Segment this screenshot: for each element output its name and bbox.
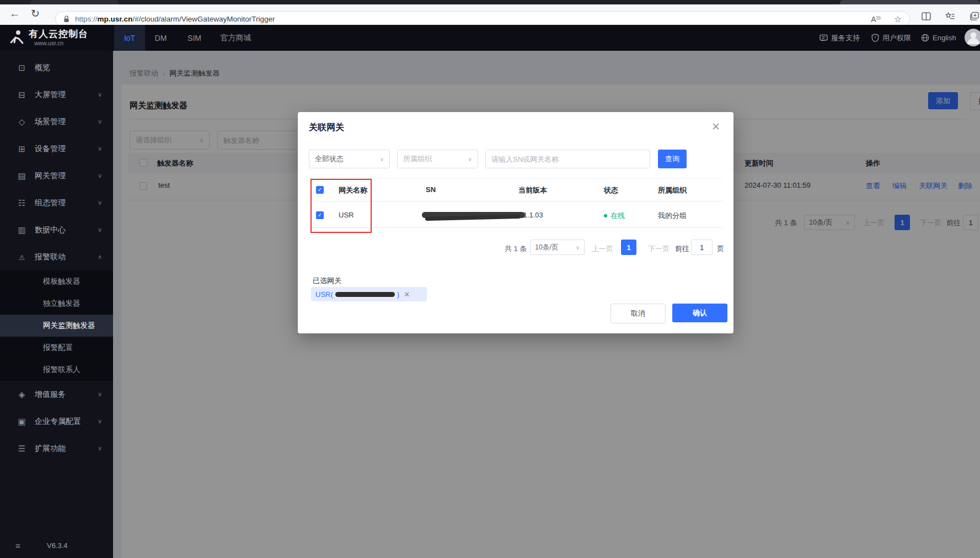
chevron-down-icon bbox=[98, 145, 102, 152]
data-center-icon bbox=[17, 225, 26, 235]
logo-subtitle: www.usr.cn bbox=[34, 40, 63, 46]
modal-prev-page-button[interactable]: 上一页 bbox=[592, 244, 613, 254]
alarm-submenu: 模板触发器 独立触发器 网关监测触发器 报警配置 报警联系人 bbox=[0, 270, 113, 381]
back-icon[interactable]: ← bbox=[9, 8, 20, 19]
refresh-icon[interactable]: ↻ bbox=[31, 8, 40, 19]
modal-goto-page-input[interactable] bbox=[691, 240, 713, 255]
sidebar-item-device[interactable]: 设备管理 bbox=[0, 135, 113, 162]
duplicate-tab-icon[interactable] bbox=[970, 12, 979, 23]
sidebar-item-alarm-config[interactable]: 报警配置 bbox=[0, 337, 113, 359]
sidebar-item-extension[interactable]: 扩展功能 bbox=[0, 435, 113, 462]
app-area: 有人云控制台 www.usr.cn IoT DM SIM 官方商城 服务支持 用… bbox=[0, 25, 980, 558]
modal-org-select[interactable]: 所属组织∨ bbox=[397, 150, 478, 168]
modal-column-status: 状态 bbox=[604, 185, 618, 195]
sidebar-item-gateway-monitor-trigger[interactable]: 网关监测触发器 bbox=[0, 315, 113, 337]
alarm-icon bbox=[17, 252, 26, 262]
close-icon[interactable]: ✕ bbox=[711, 121, 720, 132]
chevron-down-icon bbox=[98, 418, 102, 425]
browser-tab[interactable] bbox=[30, 0, 119, 4]
chevron-up-icon bbox=[98, 253, 102, 261]
cancel-button[interactable]: 取消 bbox=[611, 304, 666, 323]
chat-icon bbox=[820, 34, 828, 42]
sidebar-item-bigscreen[interactable]: 大屏管理 bbox=[0, 81, 113, 108]
modal-column-version: 当前版本 bbox=[518, 185, 547, 195]
extension-icon bbox=[17, 444, 26, 454]
tab-iot[interactable]: IoT bbox=[114, 25, 145, 51]
status-filter-select[interactable]: 全部状态∨ bbox=[309, 150, 390, 168]
modal-total-count: 共 1 条 bbox=[505, 244, 527, 254]
modal-goto-unit: 页 bbox=[717, 244, 724, 254]
sidebar-item-scene[interactable]: 场景管理 bbox=[0, 108, 113, 135]
device-icon bbox=[17, 144, 26, 154]
sidebar-item-alarm-contacts[interactable]: 报警联系人 bbox=[0, 359, 113, 381]
selected-gateways-label: 已选网关 bbox=[313, 276, 341, 286]
modal-next-page-button[interactable]: 下一页 bbox=[648, 244, 670, 254]
modal-title: 关联网关 bbox=[309, 122, 344, 134]
favorite-star-icon[interactable]: ☆ bbox=[894, 14, 902, 24]
globe-icon bbox=[921, 34, 929, 42]
online-dot-icon bbox=[604, 214, 607, 217]
usr-logo-icon[interactable] bbox=[9, 29, 25, 48]
shield-icon bbox=[871, 34, 879, 42]
chevron-down-icon bbox=[98, 391, 102, 398]
app-header: 有人云控制台 www.usr.cn IoT DM SIM 官方商城 服务支持 用… bbox=[0, 25, 980, 51]
modal-column-sn: SN bbox=[426, 185, 436, 194]
modal-row-status: 在线 bbox=[604, 211, 625, 221]
chevron-down-icon bbox=[98, 91, 102, 98]
service-support-button[interactable]: 服务支持 bbox=[820, 25, 860, 51]
browser-toolbar: ← ↻ https://mp.usr.cn/#/cloud/alarm/View… bbox=[0, 4, 980, 25]
modal-row-org: 我的分组 bbox=[658, 211, 687, 221]
sidebar-item-data-center[interactable]: 数据中心 bbox=[0, 216, 113, 243]
chevron-down-icon bbox=[98, 172, 102, 179]
browser-tab-area[interactable] bbox=[840, 0, 980, 4]
redacted-sn-scribble bbox=[335, 292, 395, 297]
remove-tag-icon[interactable]: ✕ bbox=[404, 290, 410, 299]
chevron-down-icon: ∨ bbox=[468, 156, 472, 162]
selected-gateway-tag: USR( ) ✕ bbox=[311, 287, 427, 301]
lock-icon bbox=[63, 15, 69, 23]
modal-row-version: V1.1.03 bbox=[518, 211, 543, 219]
sidebar-item-alarm[interactable]: 报警联动 bbox=[0, 243, 113, 270]
collections-icon[interactable] bbox=[945, 12, 955, 23]
gateway-icon bbox=[17, 171, 26, 181]
browser-tab-strip bbox=[0, 0, 980, 4]
sn-search-input[interactable] bbox=[485, 150, 650, 168]
chevron-down-icon bbox=[98, 445, 102, 452]
modal-page-size-select[interactable]: 10条/页∨ bbox=[530, 240, 585, 255]
tab-sim[interactable]: SIM bbox=[176, 25, 212, 51]
sidebar-item-overview[interactable]: 概览 bbox=[0, 54, 113, 81]
modal-current-page-button[interactable]: 1 bbox=[621, 240, 636, 255]
sidebar-item-independent-trigger[interactable]: 独立触发器 bbox=[0, 293, 113, 315]
screen: ← ↻ https://mp.usr.cn/#/cloud/alarm/View… bbox=[0, 0, 980, 558]
chevron-down-icon bbox=[98, 118, 102, 125]
confirm-button[interactable]: 确认 bbox=[672, 304, 727, 322]
avatar[interactable] bbox=[964, 28, 980, 49]
user-permission-button[interactable]: 用户权限 bbox=[871, 25, 911, 51]
modal-goto-label: 前往 bbox=[675, 244, 689, 254]
sidebar-item-value-added[interactable]: 增值服务 bbox=[0, 381, 113, 408]
associate-gateway-modal: 关联网关 ✕ 全部状态∨ 所属组织∨ 查询 网关名称 SN 当前版本 状态 所属… bbox=[298, 112, 733, 333]
url-text[interactable]: https://mp.usr.cn/#/cloud/alarm/ViewGate… bbox=[75, 15, 275, 23]
sidebar-item-template-trigger[interactable]: 模板触发器 bbox=[0, 270, 113, 293]
query-button[interactable]: 查询 bbox=[658, 150, 687, 168]
red-annotation-box bbox=[310, 179, 372, 233]
bigscreen-icon bbox=[17, 90, 26, 100]
overview-icon bbox=[17, 63, 26, 73]
logo-title[interactable]: 有人云控制台 bbox=[29, 29, 88, 39]
read-aloud-icon[interactable]: A))) bbox=[871, 15, 880, 24]
chevron-down-icon: ∨ bbox=[576, 245, 580, 251]
version-label: V6.3.4 bbox=[47, 541, 68, 550]
sidebar-item-configuration[interactable]: 组态管理 bbox=[0, 189, 113, 216]
sidebar: 概览 大屏管理 场景管理 设备管理 网关管理 组态管理 数据中心 报警联动 模板… bbox=[0, 51, 113, 558]
split-screen-icon[interactable] bbox=[922, 12, 931, 23]
chevron-down-icon bbox=[98, 199, 102, 206]
sidebar-item-gateway[interactable]: 网关管理 bbox=[0, 162, 113, 189]
tab-dm[interactable]: DM bbox=[145, 25, 176, 51]
enterprise-icon bbox=[17, 417, 26, 427]
tab-mall[interactable]: 官方商城 bbox=[212, 25, 259, 51]
sidebar-item-enterprise[interactable]: 企业专属配置 bbox=[0, 408, 113, 435]
configuration-icon bbox=[17, 198, 26, 208]
chevron-down-icon: ∨ bbox=[380, 156, 384, 162]
collapse-sidebar-icon[interactable]: ≡ bbox=[15, 541, 20, 550]
language-switch-button[interactable]: English bbox=[921, 25, 956, 51]
